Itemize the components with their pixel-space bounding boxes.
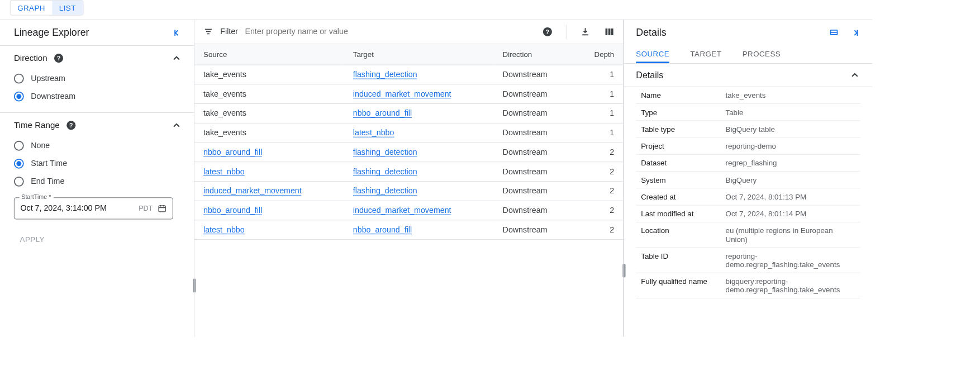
table-row[interactable]: latest_nbboflashing_detectionDownstream2 [194,162,623,182]
cell-target: flashing_detection [344,181,494,201]
tab-list[interactable]: LIST [52,1,83,15]
help-icon[interactable]: ? [66,121,75,130]
cell-direction: Downstream [494,162,574,182]
help-icon[interactable]: ? [54,54,63,63]
target-link[interactable]: induced_market_movement [353,206,451,215]
radio-label: None [31,141,50,150]
table-row[interactable]: take_eventsnbbo_around_fillDownstream1 [194,104,623,124]
source-link[interactable]: latest_nbbo [203,225,245,234]
source-link[interactable]: induced_market_movement [203,187,302,196]
cell-target: flashing_detection [344,142,494,162]
tab-graph[interactable]: GRAPH [11,1,53,15]
filter-bar: Filter ? [194,20,623,45]
property-key: Project [641,142,725,150]
table-row[interactable]: take_eventslatest_nbboDownstream1 [194,123,623,142]
table-row[interactable]: nbbo_around_fillflashing_detectionDownst… [194,142,623,162]
svg-rect-3 [207,34,210,35]
source-link[interactable]: nbbo_around_fill [203,148,262,156]
cell-depth: 1 [574,65,623,84]
cell-direction: Downstream [494,181,574,201]
property-key: System [641,175,725,184]
lineage-table-panel: Filter ? Source Target Direction Dept [194,20,624,337]
radio-none[interactable]: None [14,137,182,155]
columns-icon[interactable] [604,27,614,37]
cell-depth: 2 [574,181,623,201]
tab-source[interactable]: SOURCE [636,45,669,63]
cell-target: flashing_detection [344,162,494,182]
chevron-up-icon [171,53,182,64]
radio-icon [14,141,24,151]
radio-start-time[interactable]: Start Time [14,155,182,173]
collapse-sidebar-icon[interactable] [172,27,182,37]
table-row[interactable]: take_eventsflashing_detectionDownstream1 [194,65,623,84]
time-range-header[interactable]: Time Range ? [14,120,182,131]
cell-direction: Downstream [494,220,574,240]
source-link[interactable]: latest_nbbo [203,167,245,176]
cell-target: nbbo_around_fill [344,104,494,124]
radio-label: Start Time [31,159,67,168]
field-value: Oct 7, 2024, 3:14:00 PM [20,204,106,213]
target-link[interactable]: flashing_detection [353,187,417,196]
cell-direction: Downstream [494,201,574,220]
radio-icon [14,177,24,187]
property-key: Location [641,226,725,243]
col-depth[interactable]: Depth [574,44,623,65]
filter-input[interactable] [245,27,536,36]
svg-rect-6 [608,28,611,35]
cell-source: nbbo_around_fill [194,142,344,162]
svg-rect-5 [606,28,608,35]
target-link[interactable]: flashing_detection [353,167,417,176]
cell-target: nbbo_around_fill [344,220,494,240]
source-link[interactable]: nbbo_around_fill [203,206,262,215]
col-target[interactable]: Target [344,44,494,65]
cell-direction: Downstream [494,84,574,104]
tab-target[interactable]: TARGET [690,45,721,63]
tab-process[interactable]: PROCESS [743,45,781,63]
target-link[interactable]: nbbo_around_fill [353,109,412,118]
property-key: Last modified at [641,210,725,218]
property-value: Oct 7, 2024, 8:01:13 PM [726,192,807,201]
table-row[interactable]: take_eventsinduced_market_movementDownst… [194,84,623,104]
property-value: Oct 7, 2024, 8:01:14 PM [726,210,807,218]
cell-source: latest_nbbo [194,220,344,240]
help-icon[interactable]: ? [543,27,552,36]
start-time-field[interactable]: StartTime * Oct 7, 2024, 3:14:00 PM PDT [14,197,173,219]
target-link[interactable]: induced_market_movement [353,89,451,98]
radio-icon [14,92,24,102]
details-section-header[interactable]: Details [624,64,872,87]
svg-rect-1 [205,29,212,30]
cell-direction: Downstream [494,142,574,162]
collapse-details-icon[interactable] [850,27,860,37]
table-row[interactable]: nbbo_around_fillinduced_market_movementD… [194,201,623,220]
property-value: take_events [726,91,766,99]
target-link[interactable]: flashing_detection [353,70,417,79]
svg-rect-0 [159,206,165,212]
radio-upstream[interactable]: Upstream [14,70,182,88]
property-value: BigQuery table [726,125,775,133]
cell-source: take_events [194,65,344,84]
lineage-table: Source Target Direction Depth take_event… [194,44,623,240]
radio-label: Upstream [31,74,65,83]
table-row[interactable]: induced_market_movementflashing_detectio… [194,181,623,201]
col-direction[interactable]: Direction [494,44,574,65]
target-link[interactable]: flashing_detection [353,148,417,156]
target-link[interactable]: latest_nbbo [353,129,394,137]
cell-direction: Downstream [494,123,574,142]
property-row: Created atOct 7, 2024, 8:01:13 PM [636,188,860,205]
table-row[interactable]: latest_nbbonbbo_around_fillDownstream2 [194,220,623,240]
property-row: Last modified atOct 7, 2024, 8:01:14 PM [636,206,860,222]
cell-depth: 1 [574,84,623,104]
target-link[interactable]: nbbo_around_fill [353,225,412,234]
svg-rect-4 [582,34,588,35]
fullscreen-icon[interactable] [829,27,840,37]
property-key: Created at [641,192,725,201]
table-header-row: Source Target Direction Depth [194,44,623,65]
calendar-icon[interactable] [158,204,166,213]
radio-end-time[interactable]: End Time [14,173,182,191]
col-source[interactable]: Source [194,44,344,65]
radio-downstream[interactable]: Downstream [14,88,182,106]
time-range-section: Time Range ? None Start Time E [0,112,194,255]
direction-header[interactable]: Direction ? [14,53,182,64]
download-icon[interactable] [581,27,591,37]
apply-button[interactable]: APPLY [14,231,182,248]
